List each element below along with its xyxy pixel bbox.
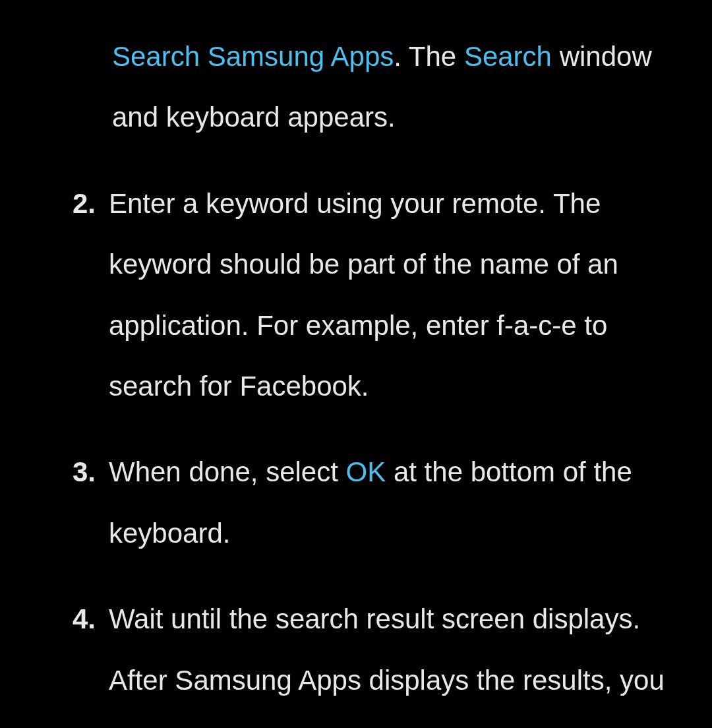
highlight-search-samsung-apps: Search Samsung Apps [112,41,394,72]
highlight-ok: OK [346,456,386,487]
text-segment: When done, select [109,456,346,487]
list-number-2: 2. [73,173,109,417]
list-content-3: When done, select OK at the bottom of th… [109,442,679,564]
list-number-3: 3. [73,442,109,564]
list-number-4: 4. [73,589,109,728]
text-segment: . The [394,41,464,72]
list-item-1-continuation: Search Samsung Apps. The Search window a… [73,26,679,148]
list-item-4: 4. Wait until the search result screen d… [73,589,679,728]
list-item-3: 3. When done, select OK at the bottom of… [73,442,679,564]
list-content-2: Enter a keyword using your remote. The k… [109,173,679,417]
list-content-4: Wait until the search result screen disp… [109,589,679,728]
highlight-search: Search [464,41,552,72]
list-item-2: 2. Enter a keyword using your remote. Th… [73,173,679,417]
